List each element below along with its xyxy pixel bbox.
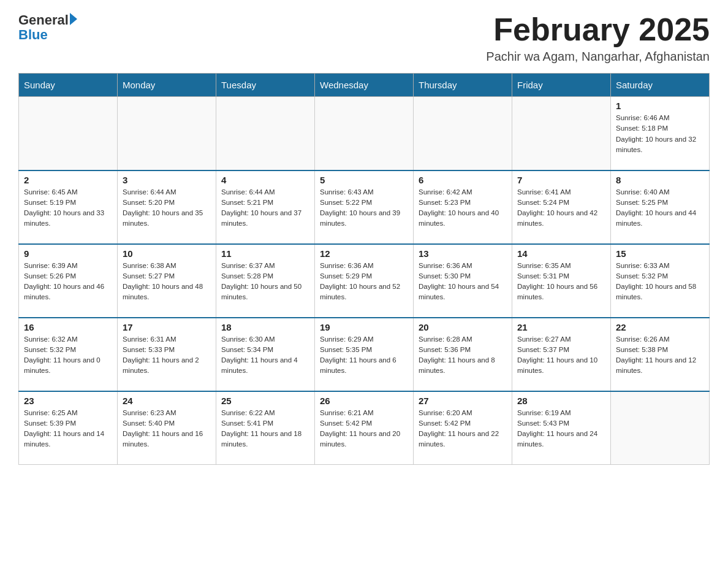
day-number: 14: [517, 248, 605, 259]
calendar-cell: 11Sunrise: 6:37 AM Sunset: 5:28 PM Dayli…: [216, 244, 315, 318]
day-info: Sunrise: 6:29 AM Sunset: 5:35 PM Dayligh…: [320, 334, 408, 377]
calendar-cell: 27Sunrise: 6:20 AM Sunset: 5:42 PM Dayli…: [414, 391, 512, 465]
calendar-cell: 14Sunrise: 6:35 AM Sunset: 5:31 PM Dayli…: [512, 244, 611, 318]
calendar-cell: 25Sunrise: 6:22 AM Sunset: 5:41 PM Dayli…: [216, 391, 315, 465]
day-number: 23: [24, 396, 112, 406]
day-number: 25: [221, 396, 309, 406]
day-number: 1: [616, 101, 704, 111]
day-number: 20: [419, 322, 507, 332]
day-info: Sunrise: 6:33 AM Sunset: 5:32 PM Dayligh…: [616, 261, 704, 303]
page-header: General Blue February 2025 Pachir wa Aga…: [18, 12, 710, 64]
calendar-cell: 23Sunrise: 6:25 AM Sunset: 5:39 PM Dayli…: [19, 391, 118, 465]
logo-general: General: [18, 12, 69, 28]
calendar-cell: 13Sunrise: 6:36 AM Sunset: 5:30 PM Dayli…: [414, 244, 512, 318]
calendar-cell: 15Sunrise: 6:33 AM Sunset: 5:32 PM Dayli…: [611, 244, 710, 318]
day-info: Sunrise: 6:20 AM Sunset: 5:42 PM Dayligh…: [419, 408, 507, 450]
calendar-header-row: SundayMondayTuesdayWednesdayThursdayFrid…: [19, 74, 710, 97]
calendar-cell: 7Sunrise: 6:41 AM Sunset: 5:24 PM Daylig…: [512, 170, 611, 244]
month-title: February 2025: [486, 12, 710, 47]
day-number: 24: [123, 396, 211, 406]
calendar-cell: [315, 97, 414, 170]
day-header-friday: Friday: [512, 74, 611, 97]
day-info: Sunrise: 6:23 AM Sunset: 5:40 PM Dayligh…: [123, 408, 211, 450]
day-header-wednesday: Wednesday: [315, 74, 414, 97]
day-info: Sunrise: 6:28 AM Sunset: 5:36 PM Dayligh…: [419, 334, 507, 377]
day-number: 22: [616, 322, 704, 332]
day-number: 21: [517, 322, 605, 332]
day-header-thursday: Thursday: [414, 74, 512, 97]
day-info: Sunrise: 6:46 AM Sunset: 5:18 PM Dayligh…: [616, 113, 704, 155]
day-info: Sunrise: 6:38 AM Sunset: 5:27 PM Dayligh…: [123, 261, 211, 303]
day-info: Sunrise: 6:31 AM Sunset: 5:33 PM Dayligh…: [123, 334, 211, 377]
day-info: Sunrise: 6:27 AM Sunset: 5:37 PM Dayligh…: [517, 334, 605, 377]
day-number: 28: [517, 396, 605, 406]
day-info: Sunrise: 6:26 AM Sunset: 5:38 PM Dayligh…: [616, 334, 704, 377]
logo-arrow-icon: [70, 13, 77, 25]
day-number: 11: [221, 248, 309, 259]
day-info: Sunrise: 6:36 AM Sunset: 5:30 PM Dayligh…: [419, 261, 507, 303]
day-info: Sunrise: 6:21 AM Sunset: 5:42 PM Dayligh…: [320, 408, 408, 450]
calendar-cell: 5Sunrise: 6:43 AM Sunset: 5:22 PM Daylig…: [315, 170, 414, 244]
calendar-cell: 22Sunrise: 6:26 AM Sunset: 5:38 PM Dayli…: [611, 318, 710, 391]
day-header-sunday: Sunday: [19, 74, 118, 97]
day-number: 7: [517, 175, 605, 185]
calendar-cell: 24Sunrise: 6:23 AM Sunset: 5:40 PM Dayli…: [118, 391, 216, 465]
calendar-cell: 19Sunrise: 6:29 AM Sunset: 5:35 PM Dayli…: [315, 318, 414, 391]
calendar-cell: [118, 97, 216, 170]
calendar-cell: 10Sunrise: 6:38 AM Sunset: 5:27 PM Dayli…: [118, 244, 216, 318]
calendar-cell: 18Sunrise: 6:30 AM Sunset: 5:34 PM Dayli…: [216, 318, 315, 391]
day-number: 16: [24, 322, 112, 332]
day-info: Sunrise: 6:45 AM Sunset: 5:19 PM Dayligh…: [24, 187, 112, 229]
calendar-cell: [414, 97, 512, 170]
calendar-cell: 28Sunrise: 6:19 AM Sunset: 5:43 PM Dayli…: [512, 391, 611, 465]
day-header-monday: Monday: [118, 74, 216, 97]
calendar-cell: [512, 97, 611, 170]
day-info: Sunrise: 6:39 AM Sunset: 5:26 PM Dayligh…: [24, 261, 112, 303]
day-number: 17: [123, 322, 211, 332]
calendar-week-5: 23Sunrise: 6:25 AM Sunset: 5:39 PM Dayli…: [19, 391, 710, 465]
day-info: Sunrise: 6:19 AM Sunset: 5:43 PM Dayligh…: [517, 408, 605, 450]
calendar-cell: 2Sunrise: 6:45 AM Sunset: 5:19 PM Daylig…: [19, 170, 118, 244]
calendar-week-1: 1Sunrise: 6:46 AM Sunset: 5:18 PM Daylig…: [19, 97, 710, 170]
day-info: Sunrise: 6:36 AM Sunset: 5:29 PM Dayligh…: [320, 261, 408, 303]
day-number: 4: [221, 175, 309, 185]
day-header-tuesday: Tuesday: [216, 74, 315, 97]
calendar-cell: 6Sunrise: 6:42 AM Sunset: 5:23 PM Daylig…: [414, 170, 512, 244]
day-number: 13: [419, 248, 507, 259]
day-info: Sunrise: 6:37 AM Sunset: 5:28 PM Dayligh…: [221, 261, 309, 303]
day-number: 18: [221, 322, 309, 332]
calendar-cell: 26Sunrise: 6:21 AM Sunset: 5:42 PM Dayli…: [315, 391, 414, 465]
day-info: Sunrise: 6:44 AM Sunset: 5:20 PM Dayligh…: [123, 187, 211, 229]
day-info: Sunrise: 6:30 AM Sunset: 5:34 PM Dayligh…: [221, 334, 309, 377]
logo: General Blue: [18, 12, 77, 43]
day-number: 19: [320, 322, 408, 332]
title-section: February 2025 Pachir wa Agam, Nangarhar,…: [486, 12, 710, 64]
day-number: 10: [123, 248, 211, 259]
day-number: 12: [320, 248, 408, 259]
calendar-cell: [19, 97, 118, 170]
location-subtitle: Pachir wa Agam, Nangarhar, Afghanistan: [486, 50, 710, 64]
day-info: Sunrise: 6:40 AM Sunset: 5:25 PM Dayligh…: [616, 187, 704, 229]
day-info: Sunrise: 6:32 AM Sunset: 5:32 PM Dayligh…: [24, 334, 112, 377]
day-number: 5: [320, 175, 408, 185]
calendar-cell: 1Sunrise: 6:46 AM Sunset: 5:18 PM Daylig…: [611, 97, 710, 170]
day-number: 27: [419, 396, 507, 406]
calendar-cell: 3Sunrise: 6:44 AM Sunset: 5:20 PM Daylig…: [118, 170, 216, 244]
day-info: Sunrise: 6:35 AM Sunset: 5:31 PM Dayligh…: [517, 261, 605, 303]
day-number: 6: [419, 175, 507, 185]
day-number: 2: [24, 175, 112, 185]
day-info: Sunrise: 6:42 AM Sunset: 5:23 PM Dayligh…: [419, 187, 507, 229]
calendar-cell: 20Sunrise: 6:28 AM Sunset: 5:36 PM Dayli…: [414, 318, 512, 391]
day-info: Sunrise: 6:25 AM Sunset: 5:39 PM Dayligh…: [24, 408, 112, 450]
calendar-week-4: 16Sunrise: 6:32 AM Sunset: 5:32 PM Dayli…: [19, 318, 710, 391]
calendar-cell: 17Sunrise: 6:31 AM Sunset: 5:33 PM Dayli…: [118, 318, 216, 391]
calendar-cell: 9Sunrise: 6:39 AM Sunset: 5:26 PM Daylig…: [19, 244, 118, 318]
calendar-table: SundayMondayTuesdayWednesdayThursdayFrid…: [18, 73, 710, 465]
day-info: Sunrise: 6:22 AM Sunset: 5:41 PM Dayligh…: [221, 408, 309, 450]
logo-blue: Blue: [18, 27, 48, 43]
calendar-week-3: 9Sunrise: 6:39 AM Sunset: 5:26 PM Daylig…: [19, 244, 710, 318]
day-info: Sunrise: 6:44 AM Sunset: 5:21 PM Dayligh…: [221, 187, 309, 229]
calendar-cell: 8Sunrise: 6:40 AM Sunset: 5:25 PM Daylig…: [611, 170, 710, 244]
calendar-cell: [611, 391, 710, 465]
day-number: 8: [616, 175, 704, 185]
